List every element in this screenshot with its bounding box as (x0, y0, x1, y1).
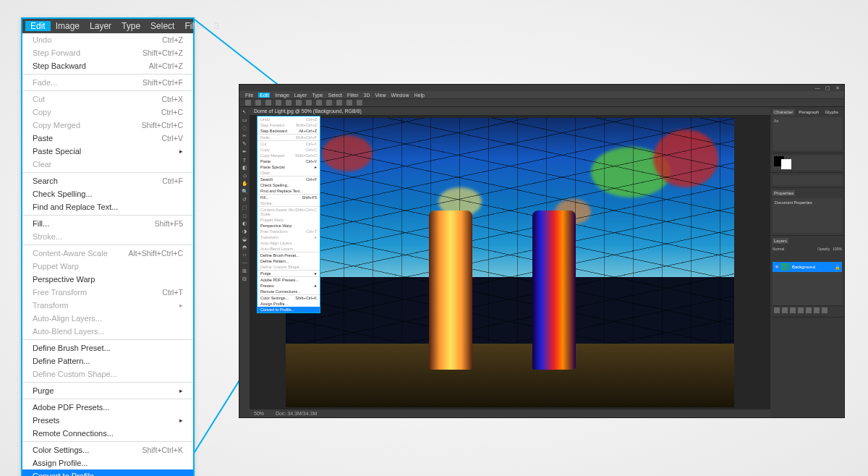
options-icon[interactable] (255, 100, 261, 106)
menu-item-define-brush-preset[interactable]: Define Brush Preset... (22, 341, 193, 354)
menu-item-define-pattern[interactable]: Define Pattern... (22, 354, 193, 367)
ps-menubar-item-edit[interactable]: Edit (258, 93, 270, 98)
tool-8[interactable]: ◇ (241, 172, 248, 179)
tool-preset-icon[interactable] (245, 100, 251, 106)
menubar-item-image[interactable]: Image (51, 21, 85, 31)
opacity-value[interactable]: 100% (833, 247, 842, 251)
options-icon[interactable] (357, 100, 362, 106)
layers-tab[interactable]: Layers (773, 238, 788, 244)
ps-menubar-item-layer[interactable]: Layer (294, 93, 307, 98)
blend-mode[interactable]: Normal (773, 247, 784, 251)
menu-item-adobe-pdf-presets[interactable]: Adobe PDF Presets... (22, 401, 193, 414)
tool-11[interactable]: ↺ (241, 196, 248, 203)
layers-buttons[interactable] (773, 305, 842, 315)
options-icon[interactable] (326, 100, 332, 106)
ps-menu-item-purge[interactable]: Purge▸ (258, 271, 320, 276)
minimize-button[interactable]: — (814, 85, 821, 90)
menu-item-purge[interactable]: Purge▸ (22, 384, 193, 397)
ps-menu-item-color-settings[interactable]: Color Settings...Shift+Ctrl+K (258, 295, 320, 301)
ps-menubar-item-filter[interactable]: Filter (347, 93, 359, 98)
adjustments-panel[interactable] (770, 173, 844, 188)
menu-item-step-backward[interactable]: Step BackwardAlt+Ctrl+Z (22, 59, 193, 72)
tool-20[interactable]: ⊞ (241, 268, 248, 275)
tool-21[interactable]: ⊟ (241, 276, 248, 283)
tool-1[interactable]: ▭ (241, 116, 248, 124)
ps-menu-item-paste[interactable]: PasteCtrl+V (258, 158, 320, 164)
ps-menubar-item-type[interactable]: Type (312, 93, 323, 98)
ps-menubar-item-select[interactable]: Select (328, 93, 342, 98)
tool-3[interactable]: ✂ (241, 132, 248, 140)
menu-item-find-and-replace-text[interactable]: Find and Replace Text... (22, 200, 193, 213)
ps-menu-item-find-and-replace-text[interactable]: Find and Replace Text... (258, 188, 320, 194)
menu-item-search[interactable]: SearchCtrl+F (22, 174, 193, 187)
menu-item-check-spelling[interactable]: Check Spelling... (22, 187, 193, 200)
tool-13[interactable]: □ (241, 212, 248, 219)
status-zoom[interactable]: 50% (254, 411, 264, 416)
options-icon[interactable] (336, 100, 342, 106)
tool-15[interactable]: ◑ (241, 228, 248, 235)
tool-16[interactable]: ◒ (241, 236, 248, 243)
options-icon[interactable] (265, 100, 271, 106)
menu-item-presets[interactable]: Presets▸ (22, 414, 193, 427)
ps-menubar-item-3d[interactable]: 3D (364, 93, 370, 98)
ps-menu-item-perspective-warp[interactable]: Perspective Warp (258, 223, 320, 229)
tool-14[interactable]: ◐ (241, 220, 248, 227)
ps-menubar-item-image[interactable]: Image (275, 93, 289, 98)
properties-tab[interactable]: Properties (773, 190, 795, 196)
tool-2[interactable]: ◌ (241, 124, 248, 132)
panel-tab-paragraph[interactable]: Paragraph (797, 109, 820, 115)
properties-panel[interactable]: Properties Document Properties (770, 188, 844, 236)
layers-panel[interactable]: Layers Normal Opacity 100% 👁 Background … (770, 236, 844, 318)
tool-4[interactable]: ✎ (241, 140, 248, 148)
ps-menu-item-paste-special[interactable]: Paste Special▸ (258, 164, 320, 170)
options-bar[interactable] (239, 98, 844, 107)
tool-12[interactable]: ⬚ (241, 204, 248, 211)
tool-6[interactable]: T (241, 156, 248, 163)
layer-row[interactable]: 👁 Background 🔒 (773, 262, 842, 272)
ps-menu-item-presets[interactable]: Presets▸ (258, 283, 320, 289)
menu-item-color-settings[interactable]: Color Settings...Shift+Ctrl+K (22, 443, 193, 456)
ps-menu-item-fill[interactable]: Fill...Shift+F5 (258, 195, 320, 200)
ps-menu-item-check-spelling[interactable]: Check Spelling... (258, 182, 320, 188)
maximize-button[interactable]: ▢ (824, 85, 831, 90)
tool-7[interactable]: ◧ (241, 164, 248, 171)
options-icon[interactable] (296, 100, 302, 106)
options-icon[interactable] (286, 100, 292, 106)
menubar-item-3[interactable]: 3 (209, 21, 224, 31)
menu-item-remote-connections[interactable]: Remote Connections... (22, 427, 193, 440)
ps-menu-item-define-brush-preset[interactable]: Define Brush Preset... (258, 252, 320, 258)
tool-18[interactable]: ∷ (241, 252, 248, 259)
ps-menu-item-remote-connections[interactable]: Remote Connections... (258, 289, 320, 294)
options-icon[interactable] (276, 100, 281, 106)
options-icon[interactable] (316, 100, 322, 106)
background-swatch[interactable] (781, 159, 791, 169)
menubar-item-select[interactable]: Select (145, 21, 179, 31)
color-swatches-panel[interactable] (770, 153, 844, 173)
ps-menubar-item-file[interactable]: File (245, 93, 253, 98)
menubar-item-type[interactable]: Type (116, 21, 145, 31)
ps-menubar-item-window[interactable]: Window (391, 93, 409, 98)
tool-17[interactable]: ◓ (241, 244, 248, 251)
layer-name[interactable]: Background (792, 265, 815, 269)
panel-tab-character[interactable]: Character (773, 109, 794, 115)
menu-item-paste-special[interactable]: Paste Special▸ (22, 145, 193, 158)
canvas-area[interactable]: UndoCtrl+ZStep ForwardShift+Ctrl+ZStep B… (250, 116, 770, 409)
ps-menu-item-convert-to-profile[interactable]: Convert to Profile... (258, 307, 320, 313)
close-button[interactable]: ✕ (834, 85, 841, 90)
tool-10[interactable]: 🔍 (241, 188, 248, 195)
ps-menu-item-step-backward[interactable]: Step BackwardAlt+Ctrl+Z (258, 128, 320, 134)
edit-dropdown-small[interactable]: UndoCtrl+ZStep ForwardShift+Ctrl+ZStep B… (257, 116, 320, 313)
ps-menu-item-define-pattern[interactable]: Define Pattern... (258, 258, 320, 264)
menu-item-convert-to-profile[interactable]: Convert to Profile... (22, 469, 193, 476)
options-icon[interactable] (346, 100, 352, 106)
ps-menu-item-assign-profile[interactable]: Assign Profile... (258, 301, 320, 307)
document-tab[interactable]: Dome of Light.jpg @ 50% (Background, RGB… (250, 107, 770, 116)
tool-5[interactable]: ✒ (241, 148, 248, 156)
visibility-icon[interactable]: 👁 (775, 265, 779, 269)
tools-panel[interactable]: ↖▭◌✂✎✒T◧◇✋🔍↺⬚□◐◑◒◓∷⋯⊞⊟ (239, 107, 250, 417)
tool-19[interactable]: ⋯ (241, 260, 248, 267)
ps-menubar-item-view[interactable]: View (375, 93, 386, 98)
character-panel[interactable]: CharacterParagraphGlyphs Aa (770, 107, 844, 153)
menu-item-assign-profile[interactable]: Assign Profile... (22, 456, 193, 469)
tool-9[interactable]: ✋ (241, 180, 248, 187)
